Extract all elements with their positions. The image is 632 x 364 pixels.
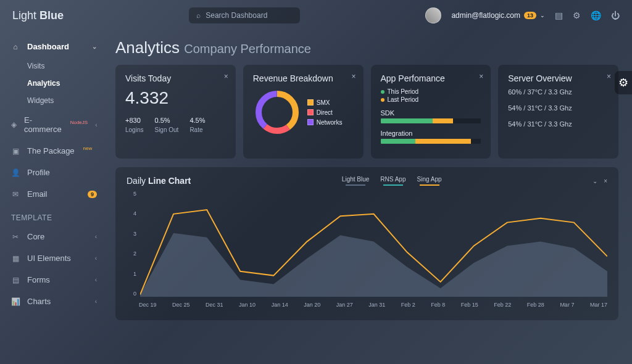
avatar[interactable]: [425, 7, 441, 23]
grid-icon: ▦: [11, 254, 20, 263]
card-revenue-breakdown: × Revenue Breakdown SMX Direct Networks: [243, 65, 364, 159]
sidebar-item-core[interactable]: ✂Core‹: [0, 226, 108, 247]
app-logo[interactable]: Light Blue: [12, 9, 64, 22]
donut-chart: [253, 88, 301, 136]
chevron-down-icon: ⌄: [540, 12, 545, 19]
search-input[interactable]: ⌕ Search Dashboard: [189, 7, 300, 23]
badge-nodejs: NodeJS: [70, 120, 88, 125]
tools-icon: ✂: [11, 233, 20, 241]
badge-new: new: [83, 146, 93, 151]
sidebar-item-visits[interactable]: Visits: [0, 57, 108, 75]
power-icon[interactable]: ⏻: [611, 10, 620, 20]
chart-title: Daily Line Chart: [127, 176, 191, 186]
sidebar-item-dashboard[interactable]: ⌂Dashboard⌄: [0, 36, 108, 57]
sidebar-item-analytics[interactable]: Analytics: [0, 75, 108, 92]
card-app-performance: × App Perfomance This Period Last Period…: [371, 65, 491, 159]
server-stat-2: 54% / 31°C / 3.3 Ghz: [508, 104, 609, 112]
bar-integration: [381, 139, 481, 144]
mail-icon: ✉: [11, 190, 20, 199]
user-icon: 👤: [11, 168, 20, 177]
sidebar-item-ui-elements[interactable]: ▦UI Elements‹: [0, 247, 108, 269]
label-integration: Integration: [381, 130, 481, 137]
close-icon[interactable]: ×: [607, 72, 611, 81]
legend-this-period: This Period: [381, 88, 481, 95]
card-visits-today: × Visits Today 4.332 +830Logins 0.5%Sign…: [115, 65, 236, 159]
x-axis: Dec 19Dec 25Dec 31Jan 10Jan 14Jan 20Jan …: [139, 302, 607, 308]
chevron-down-icon: ⌄: [92, 43, 97, 50]
sidebar-item-widgets[interactable]: Widgets: [0, 92, 108, 109]
bar-sdk: [381, 118, 481, 123]
search-placeholder: Search Dashboard: [206, 11, 267, 20]
legend-rns-app[interactable]: RNS App: [380, 176, 405, 186]
card-title: App Perfomance: [381, 73, 481, 83]
search-icon: ⌕: [196, 11, 201, 20]
sidebar-item-email[interactable]: ✉Email9: [0, 183, 108, 205]
email-count-badge: 9: [88, 191, 97, 198]
chevron-right-icon: ‹: [95, 298, 97, 305]
settings-icon[interactable]: ⚙: [573, 10, 581, 20]
home-icon: ⌂: [11, 43, 20, 51]
close-icon[interactable]: ×: [479, 72, 483, 81]
settings-float-icon[interactable]: ⚙: [615, 71, 632, 94]
page-title: Analytics Company Performance: [115, 38, 618, 57]
chat-icon[interactable]: ▤: [555, 10, 563, 20]
chevron-down-icon[interactable]: ⌄: [592, 178, 597, 184]
close-icon[interactable]: ×: [604, 178, 607, 184]
stat-rate: 4.5%Rate: [189, 117, 205, 133]
legend-smx: SMX: [307, 99, 343, 106]
close-icon[interactable]: ×: [351, 72, 356, 81]
close-icon[interactable]: ×: [224, 72, 228, 81]
card-daily-line-chart: Daily Line Chart Light Blue RNS App Sing…: [115, 167, 618, 320]
chevron-right-icon: ‹: [95, 276, 97, 283]
globe-icon[interactable]: 🌐: [591, 10, 601, 20]
card-server-overview: × Server Overview 60% / 37°C / 3.3 Ghz 5…: [498, 65, 618, 159]
diamond-icon: ◈: [11, 120, 17, 129]
chevron-right-icon: ‹: [95, 233, 97, 240]
chevron-right-icon: ‹: [95, 255, 97, 262]
notification-count-badge: 13: [524, 12, 536, 19]
server-stat-3: 54% / 31°C / 3.3 Ghz: [508, 120, 609, 128]
card-title: Revenue Breakdown: [253, 73, 354, 83]
sidebar: ⌂Dashboard⌄ Visits Analytics Widgets ◈E-…: [0, 31, 108, 364]
package-icon: ▣: [11, 147, 20, 155]
visits-value: 4.332: [125, 88, 226, 108]
form-icon: ▤: [11, 276, 20, 284]
sidebar-section-template: TEMPLATE: [0, 205, 108, 226]
card-title: Visits Today: [125, 73, 226, 83]
chevron-right-icon: ‹: [95, 122, 97, 128]
sidebar-item-forms[interactable]: ▤Forms‹: [0, 269, 108, 291]
legend-last-period: Last Period: [381, 96, 481, 103]
legend-direct: Direct: [307, 109, 343, 116]
legend-light-blue[interactable]: Light Blue: [342, 176, 369, 186]
stat-logins: +830Logins: [125, 117, 143, 133]
legend-networks: Networks: [307, 119, 343, 126]
card-title: Server Overview: [508, 73, 609, 83]
chart-icon: 📊: [11, 297, 20, 306]
sidebar-item-package[interactable]: ▣The Packagenew: [0, 140, 108, 162]
stat-signout: 0.5%Sign Out: [154, 117, 178, 133]
y-axis: 543210: [127, 191, 136, 297]
plot-area: [140, 191, 607, 297]
server-stat-1: 60% / 37°C / 3.3 Ghz: [508, 88, 609, 96]
sidebar-item-charts[interactable]: 📊Charts‹: [0, 291, 108, 312]
sidebar-item-profile[interactable]: 👤Profile: [0, 162, 108, 183]
legend-sing-app[interactable]: Sing App: [417, 176, 441, 186]
sidebar-item-ecommerce[interactable]: ◈E-commerceNodeJS‹: [0, 109, 108, 140]
user-menu[interactable]: admin@flatlogic.com 13 ⌄: [451, 11, 545, 20]
label-sdk: SDK: [381, 109, 481, 117]
user-email: admin@flatlogic.com: [451, 11, 520, 20]
